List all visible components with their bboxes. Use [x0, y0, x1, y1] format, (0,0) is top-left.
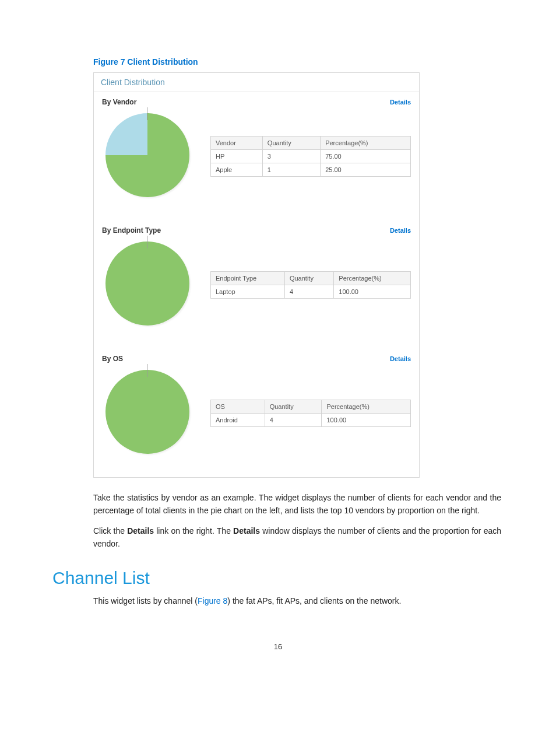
col-header: Endpoint Type [211, 271, 285, 285]
cell: Android [211, 413, 265, 426]
body-paragraph: Take the statistics by vendor as an exam… [93, 492, 501, 517]
details-link-endpoint[interactable]: Details [390, 227, 411, 234]
section-by-os: By OS Details OS Quantity Percentage(%) [94, 349, 419, 477]
cell: 3 [262, 150, 320, 163]
col-header: Quantity [284, 271, 333, 285]
body-paragraph: This widget lists by channel (Figure 8) … [93, 595, 501, 608]
pie-chart-os [102, 366, 195, 460]
details-link-os[interactable]: Details [390, 355, 411, 362]
table-row: Android 4 100.00 [211, 413, 411, 426]
cell: 4 [284, 285, 333, 298]
table-vendor: Vendor Quantity Percentage(%) HP 3 75.00… [210, 136, 411, 177]
client-distribution-widget: Client Distribution By Vendor Details Ve… [93, 72, 420, 478]
cell: 100.00 [334, 285, 411, 298]
section-by-vendor: By Vendor Details Vendor Quantity Percen… [94, 92, 419, 220]
section-title-os: By OS [102, 355, 123, 363]
section-title-endpoint: By Endpoint Type [102, 226, 161, 235]
col-header: Vendor [211, 136, 263, 150]
page-number: 16 [52, 642, 504, 651]
pie-chart-endpoint [102, 238, 195, 331]
table-row: Apple 1 25.00 [211, 163, 411, 177]
col-header: Percentage(%) [322, 400, 411, 413]
cell: Laptop [211, 285, 285, 298]
col-header: Percentage(%) [334, 271, 411, 285]
widget-title: Client Distribution [94, 73, 419, 92]
section-by-endpoint: By Endpoint Type Details Endpoint Type Q… [94, 220, 419, 349]
cell: HP [211, 150, 263, 163]
figure-ref-link[interactable]: Figure 8 [198, 596, 227, 606]
cell: 100.00 [322, 413, 411, 426]
body-paragraph: Click the Details link on the right. The… [93, 525, 501, 550]
cell: 4 [265, 413, 322, 426]
cell: 25.00 [321, 163, 411, 177]
col-header: Quantity [262, 136, 320, 150]
col-header: OS [211, 400, 265, 413]
heading-channel-list: Channel List [52, 568, 504, 588]
details-link-vendor[interactable]: Details [390, 99, 411, 106]
table-endpoint: Endpoint Type Quantity Percentage(%) Lap… [210, 271, 411, 299]
cell: Apple [211, 163, 263, 177]
table-row: HP 3 75.00 [211, 150, 411, 163]
section-title-vendor: By Vendor [102, 98, 136, 106]
table-row: Laptop 4 100.00 [211, 285, 411, 298]
col-header: Quantity [265, 400, 322, 413]
table-os: OS Quantity Percentage(%) Android 4 100.… [210, 400, 411, 427]
figure-caption: Figure 7 Client Distribution [93, 57, 504, 66]
pie-chart-vendor [102, 110, 195, 203]
cell: 1 [262, 163, 320, 177]
col-header: Percentage(%) [321, 136, 411, 150]
cell: 75.00 [321, 150, 411, 163]
